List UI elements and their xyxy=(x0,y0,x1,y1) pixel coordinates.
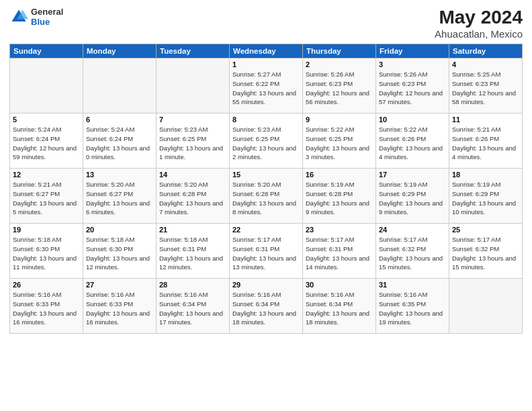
calendar-cell: 21Sunrise: 5:18 AMSunset: 6:31 PMDayligh… xyxy=(157,224,230,279)
day-number: 24 xyxy=(379,226,446,234)
day-info: Sunrise: 5:20 AMSunset: 6:27 PMDaylight:… xyxy=(86,180,153,217)
day-number: 13 xyxy=(86,171,153,179)
calendar-cell xyxy=(10,58,83,113)
calendar-week-3: 12Sunrise: 5:21 AMSunset: 6:27 PMDayligh… xyxy=(10,169,523,224)
day-info: Sunrise: 5:16 AMSunset: 6:33 PMDaylight:… xyxy=(86,290,153,327)
day-info: Sunrise: 5:19 AMSunset: 6:29 PMDaylight:… xyxy=(379,180,446,217)
day-info: Sunrise: 5:22 AMSunset: 6:25 PMDaylight:… xyxy=(306,125,373,162)
day-number: 7 xyxy=(159,116,226,124)
day-number: 27 xyxy=(86,281,153,289)
day-info: Sunrise: 5:24 AMSunset: 6:24 PMDaylight:… xyxy=(86,125,153,162)
calendar-cell: 19Sunrise: 5:18 AMSunset: 6:30 PMDayligh… xyxy=(10,224,83,279)
calendar-cell: 18Sunrise: 5:19 AMSunset: 6:29 PMDayligh… xyxy=(449,169,523,224)
day-info: Sunrise: 5:16 AMSunset: 6:34 PMDaylight:… xyxy=(306,290,373,327)
day-info: Sunrise: 5:19 AMSunset: 6:29 PMDaylight:… xyxy=(452,180,519,217)
logo-blue-text: Blue xyxy=(31,17,63,27)
calendar-week-4: 19Sunrise: 5:18 AMSunset: 6:30 PMDayligh… xyxy=(10,224,523,279)
day-header-sunday: Sunday xyxy=(10,44,83,58)
calendar-cell: 6Sunrise: 5:24 AMSunset: 6:24 PMDaylight… xyxy=(83,113,157,169)
calendar-cell: 29Sunrise: 5:16 AMSunset: 6:34 PMDayligh… xyxy=(230,279,303,334)
day-info: Sunrise: 5:17 AMSunset: 6:32 PMDaylight:… xyxy=(379,235,446,272)
day-info: Sunrise: 5:17 AMSunset: 6:31 PMDaylight:… xyxy=(306,235,373,272)
day-number: 12 xyxy=(13,171,80,179)
day-number: 1 xyxy=(232,60,300,68)
calendar-cell: 3Sunrise: 5:26 AMSunset: 6:23 PMDaylight… xyxy=(376,58,449,113)
calendar-cell: 22Sunrise: 5:17 AMSunset: 6:31 PMDayligh… xyxy=(230,224,303,279)
calendar-cell: 20Sunrise: 5:18 AMSunset: 6:30 PMDayligh… xyxy=(83,224,157,279)
day-info: Sunrise: 5:21 AMSunset: 6:26 PMDaylight:… xyxy=(452,125,519,162)
day-number: 11 xyxy=(452,116,519,124)
day-header-monday: Monday xyxy=(83,44,157,58)
day-info: Sunrise: 5:19 AMSunset: 6:28 PMDaylight:… xyxy=(306,180,373,217)
day-number: 20 xyxy=(86,226,153,234)
calendar-cell: 31Sunrise: 5:16 AMSunset: 6:35 PMDayligh… xyxy=(376,279,449,334)
day-number: 31 xyxy=(379,281,446,289)
day-number: 9 xyxy=(306,116,373,124)
calendar-cell: 10Sunrise: 5:22 AMSunset: 6:26 PMDayligh… xyxy=(376,113,449,169)
day-header-friday: Friday xyxy=(376,44,449,58)
day-info: Sunrise: 5:17 AMSunset: 6:32 PMDaylight:… xyxy=(452,235,519,272)
calendar-cell: 8Sunrise: 5:23 AMSunset: 6:25 PMDaylight… xyxy=(230,113,303,169)
day-number: 26 xyxy=(13,281,80,289)
calendar-cell: 15Sunrise: 5:20 AMSunset: 6:28 PMDayligh… xyxy=(230,169,303,224)
calendar-cell: 16Sunrise: 5:19 AMSunset: 6:28 PMDayligh… xyxy=(303,169,376,224)
calendar-cell: 2Sunrise: 5:26 AMSunset: 6:23 PMDaylight… xyxy=(303,58,376,113)
calendar-week-2: 5Sunrise: 5:24 AMSunset: 6:24 PMDaylight… xyxy=(10,113,523,169)
day-number: 23 xyxy=(306,226,373,234)
day-info: Sunrise: 5:16 AMSunset: 6:34 PMDaylight:… xyxy=(159,290,226,327)
day-info: Sunrise: 5:23 AMSunset: 6:25 PMDaylight:… xyxy=(232,125,300,162)
day-number: 3 xyxy=(379,60,446,68)
calendar-cell xyxy=(449,279,523,334)
calendar-table: SundayMondayTuesdayWednesdayThursdayFrid… xyxy=(9,44,523,334)
day-number: 15 xyxy=(232,171,300,179)
day-info: Sunrise: 5:18 AMSunset: 6:30 PMDaylight:… xyxy=(86,235,153,272)
calendar-cell: 1Sunrise: 5:27 AMSunset: 6:22 PMDaylight… xyxy=(230,58,303,113)
day-info: Sunrise: 5:22 AMSunset: 6:26 PMDaylight:… xyxy=(379,125,446,162)
calendar-cell: 24Sunrise: 5:17 AMSunset: 6:32 PMDayligh… xyxy=(376,224,449,279)
day-info: Sunrise: 5:27 AMSunset: 6:22 PMDaylight:… xyxy=(232,70,300,107)
calendar-cell: 12Sunrise: 5:21 AMSunset: 6:27 PMDayligh… xyxy=(10,169,83,224)
day-info: Sunrise: 5:24 AMSunset: 6:24 PMDaylight:… xyxy=(13,125,80,162)
day-header-thursday: Thursday xyxy=(303,44,376,58)
day-info: Sunrise: 5:16 AMSunset: 6:34 PMDaylight:… xyxy=(232,290,300,327)
calendar-cell xyxy=(157,58,230,113)
day-header-saturday: Saturday xyxy=(449,44,523,58)
logo-icon xyxy=(9,7,28,26)
day-info: Sunrise: 5:18 AMSunset: 6:30 PMDaylight:… xyxy=(13,235,80,272)
logo-general-text: General xyxy=(31,7,63,17)
page: General Blue May 2024 Ahuacatlan, Mexico… xyxy=(0,0,532,411)
day-number: 25 xyxy=(452,226,519,234)
calendar-cell: 9Sunrise: 5:22 AMSunset: 6:25 PMDaylight… xyxy=(303,113,376,169)
day-number: 19 xyxy=(13,226,80,234)
header: General Blue May 2024 Ahuacatlan, Mexico xyxy=(9,7,523,40)
day-info: Sunrise: 5:16 AMSunset: 6:33 PMDaylight:… xyxy=(13,290,80,327)
day-info: Sunrise: 5:17 AMSunset: 6:31 PMDaylight:… xyxy=(232,235,300,272)
day-number: 17 xyxy=(379,171,446,179)
calendar-cell: 11Sunrise: 5:21 AMSunset: 6:26 PMDayligh… xyxy=(449,113,523,169)
calendar-cell: 23Sunrise: 5:17 AMSunset: 6:31 PMDayligh… xyxy=(303,224,376,279)
day-info: Sunrise: 5:18 AMSunset: 6:31 PMDaylight:… xyxy=(159,235,226,272)
calendar-week-1: 1Sunrise: 5:27 AMSunset: 6:22 PMDaylight… xyxy=(10,58,523,113)
calendar-cell: 17Sunrise: 5:19 AMSunset: 6:29 PMDayligh… xyxy=(376,169,449,224)
calendar-cell: 14Sunrise: 5:20 AMSunset: 6:28 PMDayligh… xyxy=(157,169,230,224)
calendar-subtitle: Ahuacatlan, Mexico xyxy=(435,28,523,40)
day-info: Sunrise: 5:16 AMSunset: 6:35 PMDaylight:… xyxy=(379,290,446,327)
calendar-cell: 4Sunrise: 5:25 AMSunset: 6:23 PMDaylight… xyxy=(449,58,523,113)
day-number: 16 xyxy=(306,171,373,179)
day-number: 29 xyxy=(232,281,300,289)
calendar-cell: 26Sunrise: 5:16 AMSunset: 6:33 PMDayligh… xyxy=(10,279,83,334)
calendar-cell: 30Sunrise: 5:16 AMSunset: 6:34 PMDayligh… xyxy=(303,279,376,334)
day-number: 4 xyxy=(452,60,519,68)
calendar-cell: 13Sunrise: 5:20 AMSunset: 6:27 PMDayligh… xyxy=(83,169,157,224)
day-number: 2 xyxy=(306,60,373,68)
day-number: 18 xyxy=(452,171,519,179)
calendar-cell: 27Sunrise: 5:16 AMSunset: 6:33 PMDayligh… xyxy=(83,279,157,334)
logo-text: General Blue xyxy=(31,7,63,27)
calendar-cell: 7Sunrise: 5:23 AMSunset: 6:25 PMDaylight… xyxy=(157,113,230,169)
calendar-cell: 5Sunrise: 5:24 AMSunset: 6:24 PMDaylight… xyxy=(10,113,83,169)
day-number: 8 xyxy=(232,116,300,124)
day-info: Sunrise: 5:26 AMSunset: 6:23 PMDaylight:… xyxy=(306,70,373,107)
day-info: Sunrise: 5:20 AMSunset: 6:28 PMDaylight:… xyxy=(159,180,226,217)
calendar-week-5: 26Sunrise: 5:16 AMSunset: 6:33 PMDayligh… xyxy=(10,279,523,334)
day-number: 6 xyxy=(86,116,153,124)
